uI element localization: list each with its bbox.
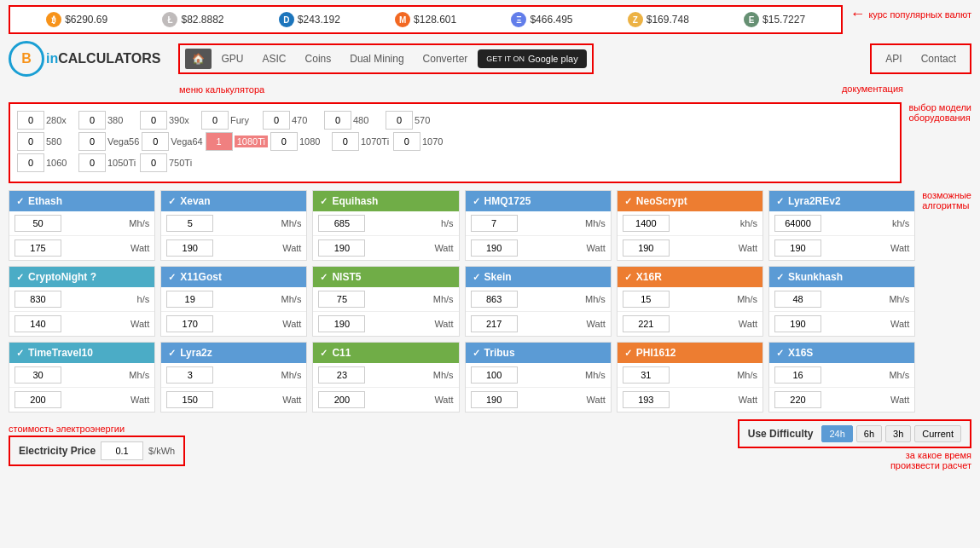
algo-header-nist5: ✓ NIST5 <box>313 267 458 287</box>
equip-570-qty[interactable] <box>386 111 413 130</box>
currency-zec: Z $169.748 <box>628 12 689 27</box>
algo-watt-input-lyra2rev2[interactable] <box>774 239 821 257</box>
algo-speed-input-nist5[interactable] <box>318 291 365 308</box>
algo-watt-input-timetravel10[interactable] <box>14 391 61 408</box>
algo-speed-input-xevan[interactable] <box>166 215 213 232</box>
algo-speed-unit: Mh/s <box>889 294 909 304</box>
algo-speed-row: kh/s <box>769 211 914 235</box>
algo-watt-input-x16r[interactable] <box>623 315 670 332</box>
algo-speed-input-c11[interactable] <box>318 366 365 384</box>
algo-watt-unit: Watt <box>130 395 149 405</box>
algo-speed-input-equihash[interactable] <box>318 215 365 232</box>
algo-watt-input-neoscrypt[interactable] <box>623 239 670 257</box>
algo-watt-input-tribus[interactable] <box>471 391 518 408</box>
algo-header-phi1612: ✓ PHI1612 <box>618 343 763 363</box>
algo-watt-input-xevan[interactable] <box>166 239 213 257</box>
elec-unit: $/kWh <box>148 446 175 456</box>
nav-dual-mining[interactable]: Dual Mining <box>341 49 412 69</box>
nav-api[interactable]: API <box>877 49 910 69</box>
algo-check-icon: ✓ <box>473 196 480 207</box>
equip-1060-qty[interactable] <box>17 153 44 172</box>
algo-header-tribus: ✓ Tribus <box>466 343 611 363</box>
algo-speed-input-neoscrypt[interactable] <box>623 215 670 232</box>
algo-watt-input-ethash[interactable] <box>14 239 61 257</box>
algo-watt-input-phi1612[interactable] <box>623 391 670 408</box>
difficulty-box: Use Difficulty 24h 6h 3h Current <box>738 419 971 448</box>
algo-speed-input-cryptonight[interactable] <box>14 291 61 308</box>
algo-header-skein: ✓ Skein <box>466 267 611 287</box>
equip-580-qty[interactable] <box>17 132 44 151</box>
algo-speed-input-timetravel10[interactable] <box>14 366 61 384</box>
equip-750ti-qty[interactable] <box>140 153 167 172</box>
nav-asic[interactable]: ASIC <box>254 49 295 69</box>
algo-watt-input-x11gost[interactable] <box>166 315 213 332</box>
diff-6h[interactable]: 6h <box>856 425 882 442</box>
diff-3h[interactable]: 3h <box>885 425 911 442</box>
algo-speed-unit: kh/s <box>740 218 757 228</box>
algo-watt-row: Watt <box>769 388 914 412</box>
equip-390x-qty[interactable] <box>140 111 167 130</box>
equip-380-qty[interactable] <box>78 111 106 130</box>
algo-watt-input-x16s[interactable] <box>774 391 821 408</box>
algo-speed-input-phi1612[interactable] <box>623 366 670 384</box>
algo-watt-input-lyra2z[interactable] <box>166 391 213 408</box>
algo-speed-input-x16r[interactable] <box>623 291 670 308</box>
algo-watt-input-cryptonight[interactable] <box>14 315 61 332</box>
currency-eth: Ξ $466.495 <box>511 12 572 27</box>
algo-name: X11Gost <box>180 271 222 283</box>
algo-speed-input-skein[interactable] <box>471 291 518 308</box>
algo-card-c11: ✓ C11 Mh/s Watt <box>312 342 459 412</box>
algo-speed-input-hmq1725[interactable] <box>471 215 518 232</box>
diff-24h[interactable]: 24h <box>821 425 852 442</box>
algo-speed-input-x16s[interactable] <box>774 366 821 384</box>
algo-speed-unit: Mh/s <box>281 294 302 304</box>
equip-1070-qty[interactable] <box>393 132 420 151</box>
algo-name: Tribus <box>484 347 515 359</box>
nav-contact[interactable]: Contact <box>913 49 965 69</box>
algo-watt-input-equihash[interactable] <box>318 239 365 257</box>
equip-480-qty[interactable] <box>324 111 351 130</box>
nav-converter[interactable]: Converter <box>415 49 477 69</box>
equip-1050ti-qty[interactable] <box>78 153 106 172</box>
nav-googleplay[interactable]: GET IT ON Google play <box>478 49 586 68</box>
equip-vega56-qty[interactable] <box>78 132 106 151</box>
algo-check-icon: ✓ <box>168 196 176 207</box>
algo-watt-input-nist5[interactable] <box>318 315 365 332</box>
algo-watt-unit: Watt <box>739 395 757 405</box>
elec-input[interactable] <box>101 441 143 460</box>
algo-watt-row: Watt <box>9 236 154 260</box>
diff-current[interactable]: Current <box>914 425 961 442</box>
algo-speed-input-tribus[interactable] <box>471 366 518 384</box>
algo-speed-row: Mh/s <box>313 363 458 387</box>
equip-1080-qty[interactable] <box>270 132 298 151</box>
algo-watt-input-skunkhash[interactable] <box>774 315 821 332</box>
equip-470-qty[interactable] <box>263 111 290 130</box>
algo-speed-input-skunkhash[interactable] <box>774 291 821 308</box>
algo-speed-input-ethash[interactable] <box>14 215 61 232</box>
algo-speed-input-lyra2z[interactable] <box>166 366 213 384</box>
algo-name: Xevan <box>180 195 210 207</box>
algo-watt-unit: Watt <box>434 319 453 329</box>
algo-watt-input-c11[interactable] <box>318 391 365 408</box>
algo-speed-input-lyra2rev2[interactable] <box>774 215 821 232</box>
algo-speed-input-x11gost[interactable] <box>166 291 213 308</box>
nav-gpu[interactable]: GPU <box>213 49 252 69</box>
algo-check-icon: ✓ <box>168 348 176 359</box>
algo-speed-row: Mh/s <box>466 287 611 311</box>
equip-vega64-qty[interactable] <box>142 132 169 151</box>
equip-280x-qty[interactable] <box>17 111 44 130</box>
ann-menu: меню калькулятора <box>179 84 264 95</box>
algo-watt-unit: Watt <box>890 395 909 405</box>
equip-1080ti-qty[interactable] <box>206 132 233 151</box>
nav-coins[interactable]: Coins <box>297 49 340 69</box>
algo-watt-input-skein[interactable] <box>471 315 518 332</box>
algo-card-timetravel10: ✓ TimeTravel10 Mh/s Watt <box>9 342 155 412</box>
equip-1070ti-qty[interactable] <box>332 132 359 151</box>
nav-home[interactable]: 🏠 <box>185 49 212 69</box>
algo-watt-unit: Watt <box>130 243 149 253</box>
algo-header-cryptonight: ✓ CryptoNight ? <box>9 267 154 287</box>
algo-watt-unit: Watt <box>587 395 606 405</box>
equip-fury-qty[interactable] <box>201 111 229 130</box>
algo-watt-input-hmq1725[interactable] <box>471 239 518 257</box>
algo-watt-row: Watt <box>618 312 763 336</box>
